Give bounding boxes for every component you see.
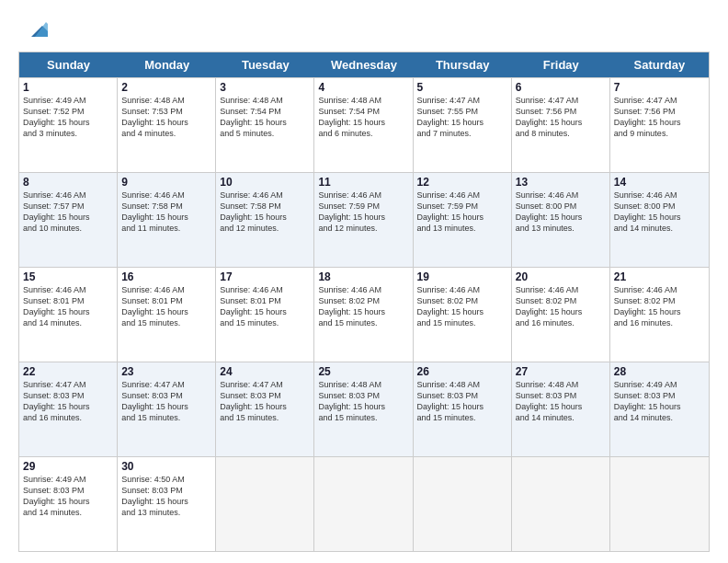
header-day-thursday: Thursday bbox=[414, 52, 512, 77]
calendar-cell: 25Sunrise: 4:48 AMSunset: 8:03 PMDayligh… bbox=[314, 362, 413, 456]
day-number: 3 bbox=[220, 81, 310, 94]
cell-detail: Sunrise: 4:46 AMSunset: 8:02 PMDaylight:… bbox=[614, 284, 705, 329]
cell-detail: Sunrise: 4:48 AMSunset: 8:03 PMDaylight:… bbox=[516, 379, 606, 424]
cell-detail: Sunrise: 4:48 AMSunset: 7:53 PMDaylight:… bbox=[121, 95, 211, 140]
cell-detail: Sunrise: 4:47 AMSunset: 7:55 PMDaylight:… bbox=[417, 95, 507, 140]
day-number: 29 bbox=[23, 460, 113, 473]
calendar-cell: 1Sunrise: 4:49 AMSunset: 7:52 PMDaylight… bbox=[19, 78, 118, 172]
day-number: 9 bbox=[121, 176, 211, 189]
calendar-cell: 4Sunrise: 4:48 AMSunset: 7:54 PMDaylight… bbox=[314, 78, 413, 172]
day-number: 2 bbox=[121, 81, 211, 94]
calendar-cell: 7Sunrise: 4:47 AMSunset: 7:56 PMDaylight… bbox=[610, 78, 709, 172]
calendar-cell: 20Sunrise: 4:46 AMSunset: 8:02 PMDayligh… bbox=[512, 268, 610, 362]
day-number: 13 bbox=[516, 176, 606, 189]
day-number: 24 bbox=[220, 365, 310, 378]
calendar-cell: 22Sunrise: 4:47 AMSunset: 8:03 PMDayligh… bbox=[19, 362, 118, 456]
cell-detail: Sunrise: 4:46 AMSunset: 7:57 PMDaylight:… bbox=[23, 190, 113, 235]
day-number: 8 bbox=[23, 176, 113, 189]
calendar-cell: 30Sunrise: 4:50 AMSunset: 8:03 PMDayligh… bbox=[118, 457, 216, 551]
calendar: SundayMondayTuesdayWednesdayThursdayFrid… bbox=[18, 52, 710, 552]
day-number: 19 bbox=[417, 270, 507, 283]
calendar-cell: 13Sunrise: 4:46 AMSunset: 8:00 PMDayligh… bbox=[512, 173, 610, 267]
page: SundayMondayTuesdayWednesdayThursdayFrid… bbox=[0, 0, 728, 563]
calendar-cell bbox=[512, 457, 610, 551]
cell-detail: Sunrise: 4:46 AMSunset: 8:01 PMDaylight:… bbox=[121, 284, 211, 329]
calendar-cell bbox=[414, 457, 512, 551]
calendar-row-0: 1Sunrise: 4:49 AMSunset: 7:52 PMDaylight… bbox=[19, 77, 709, 172]
day-number: 11 bbox=[318, 176, 408, 189]
calendar-cell: 28Sunrise: 4:49 AMSunset: 8:03 PMDayligh… bbox=[610, 362, 709, 456]
calendar-body: 1Sunrise: 4:49 AMSunset: 7:52 PMDaylight… bbox=[19, 77, 709, 551]
calendar-cell: 17Sunrise: 4:46 AMSunset: 8:01 PMDayligh… bbox=[216, 268, 314, 362]
day-number: 7 bbox=[614, 81, 705, 94]
cell-detail: Sunrise: 4:47 AMSunset: 8:03 PMDaylight:… bbox=[220, 379, 310, 424]
day-number: 17 bbox=[220, 270, 310, 283]
cell-detail: Sunrise: 4:46 AMSunset: 8:01 PMDaylight:… bbox=[23, 284, 113, 329]
day-number: 18 bbox=[318, 270, 408, 283]
cell-detail: Sunrise: 4:46 AMSunset: 8:02 PMDaylight:… bbox=[417, 284, 507, 329]
header-day-friday: Friday bbox=[512, 52, 610, 77]
calendar-cell bbox=[216, 457, 314, 551]
day-number: 12 bbox=[417, 176, 507, 189]
calendar-row-2: 15Sunrise: 4:46 AMSunset: 8:01 PMDayligh… bbox=[19, 267, 709, 362]
calendar-cell: 19Sunrise: 4:46 AMSunset: 8:02 PMDayligh… bbox=[414, 268, 512, 362]
day-number: 25 bbox=[318, 365, 408, 378]
calendar-row-4: 29Sunrise: 4:49 AMSunset: 8:03 PMDayligh… bbox=[19, 456, 709, 551]
calendar-cell: 24Sunrise: 4:47 AMSunset: 8:03 PMDayligh… bbox=[216, 362, 314, 456]
calendar-cell: 15Sunrise: 4:46 AMSunset: 8:01 PMDayligh… bbox=[19, 268, 118, 362]
day-number: 10 bbox=[220, 176, 310, 189]
calendar-cell: 10Sunrise: 4:46 AMSunset: 7:58 PMDayligh… bbox=[216, 173, 314, 267]
calendar-cell: 14Sunrise: 4:46 AMSunset: 8:00 PMDayligh… bbox=[610, 173, 709, 267]
cell-detail: Sunrise: 4:49 AMSunset: 7:52 PMDaylight:… bbox=[23, 95, 113, 140]
header-day-sunday: Sunday bbox=[19, 52, 118, 77]
calendar-cell bbox=[314, 457, 413, 551]
header bbox=[18, 17, 710, 42]
cell-detail: Sunrise: 4:46 AMSunset: 8:00 PMDaylight:… bbox=[614, 190, 705, 235]
day-number: 23 bbox=[121, 365, 211, 378]
header-day-monday: Monday bbox=[118, 52, 216, 77]
cell-detail: Sunrise: 4:47 AMSunset: 7:56 PMDaylight:… bbox=[614, 95, 705, 140]
calendar-cell: 21Sunrise: 4:46 AMSunset: 8:02 PMDayligh… bbox=[610, 268, 709, 362]
calendar-cell: 26Sunrise: 4:48 AMSunset: 8:03 PMDayligh… bbox=[414, 362, 512, 456]
cell-detail: Sunrise: 4:49 AMSunset: 8:03 PMDaylight:… bbox=[614, 379, 705, 424]
cell-detail: Sunrise: 4:46 AMSunset: 8:02 PMDaylight:… bbox=[516, 284, 606, 329]
cell-detail: Sunrise: 4:47 AMSunset: 8:03 PMDaylight:… bbox=[23, 379, 113, 424]
day-number: 30 bbox=[121, 460, 211, 473]
cell-detail: Sunrise: 4:46 AMSunset: 7:59 PMDaylight:… bbox=[318, 190, 408, 235]
calendar-cell: 18Sunrise: 4:46 AMSunset: 8:02 PMDayligh… bbox=[314, 268, 413, 362]
calendar-cell: 8Sunrise: 4:46 AMSunset: 7:57 PMDaylight… bbox=[19, 173, 118, 267]
calendar-cell: 29Sunrise: 4:49 AMSunset: 8:03 PMDayligh… bbox=[19, 457, 118, 551]
calendar-row-3: 22Sunrise: 4:47 AMSunset: 8:03 PMDayligh… bbox=[19, 362, 709, 456]
day-number: 14 bbox=[614, 176, 705, 189]
cell-detail: Sunrise: 4:47 AMSunset: 7:56 PMDaylight:… bbox=[516, 95, 606, 140]
day-number: 4 bbox=[318, 81, 408, 94]
svg-marker-1 bbox=[35, 22, 48, 37]
header-day-saturday: Saturday bbox=[610, 52, 709, 77]
cell-detail: Sunrise: 4:46 AMSunset: 8:02 PMDaylight:… bbox=[318, 284, 408, 329]
cell-detail: Sunrise: 4:48 AMSunset: 8:03 PMDaylight:… bbox=[417, 379, 507, 424]
cell-detail: Sunrise: 4:48 AMSunset: 7:54 PMDaylight:… bbox=[220, 95, 310, 140]
calendar-cell: 9Sunrise: 4:46 AMSunset: 7:58 PMDaylight… bbox=[118, 173, 216, 267]
cell-detail: Sunrise: 4:48 AMSunset: 7:54 PMDaylight:… bbox=[318, 95, 408, 140]
day-number: 15 bbox=[23, 270, 113, 283]
calendar-header: SundayMondayTuesdayWednesdayThursdayFrid… bbox=[19, 52, 709, 77]
cell-detail: Sunrise: 4:46 AMSunset: 8:00 PMDaylight:… bbox=[516, 190, 606, 235]
cell-detail: Sunrise: 4:49 AMSunset: 8:03 PMDaylight:… bbox=[23, 474, 113, 519]
day-number: 22 bbox=[23, 365, 113, 378]
calendar-cell: 27Sunrise: 4:48 AMSunset: 8:03 PMDayligh… bbox=[512, 362, 610, 456]
calendar-cell: 3Sunrise: 4:48 AMSunset: 7:54 PMDaylight… bbox=[216, 78, 314, 172]
day-number: 27 bbox=[516, 365, 606, 378]
cell-detail: Sunrise: 4:46 AMSunset: 7:58 PMDaylight:… bbox=[220, 190, 310, 235]
day-number: 21 bbox=[614, 270, 705, 283]
logo bbox=[18, 17, 48, 42]
day-number: 26 bbox=[417, 365, 507, 378]
day-number: 1 bbox=[23, 81, 113, 94]
cell-detail: Sunrise: 4:47 AMSunset: 8:03 PMDaylight:… bbox=[121, 379, 211, 424]
cell-detail: Sunrise: 4:46 AMSunset: 7:59 PMDaylight:… bbox=[417, 190, 507, 235]
cell-detail: Sunrise: 4:46 AMSunset: 7:58 PMDaylight:… bbox=[121, 190, 211, 235]
calendar-cell bbox=[610, 457, 709, 551]
calendar-cell: 16Sunrise: 4:46 AMSunset: 8:01 PMDayligh… bbox=[118, 268, 216, 362]
logo-icon bbox=[22, 17, 48, 42]
calendar-cell: 11Sunrise: 4:46 AMSunset: 7:59 PMDayligh… bbox=[314, 173, 413, 267]
calendar-cell: 2Sunrise: 4:48 AMSunset: 7:53 PMDaylight… bbox=[118, 78, 216, 172]
